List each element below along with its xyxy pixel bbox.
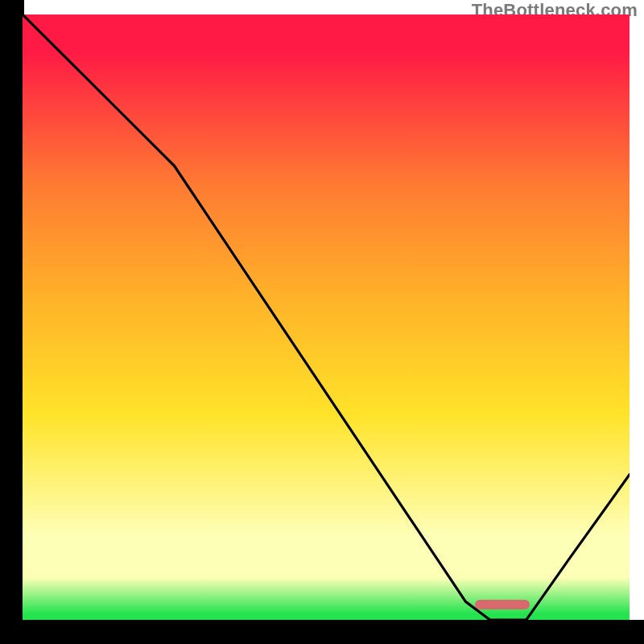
optimal-marker — [475, 600, 530, 609]
bottleneck-curve — [23, 14, 630, 620]
y-axis — [0, 0, 24, 644]
plot-area — [23, 14, 630, 620]
x-axis — [0, 620, 644, 644]
bottleneck-chart: TheBottleneck.com — [0, 0, 644, 644]
